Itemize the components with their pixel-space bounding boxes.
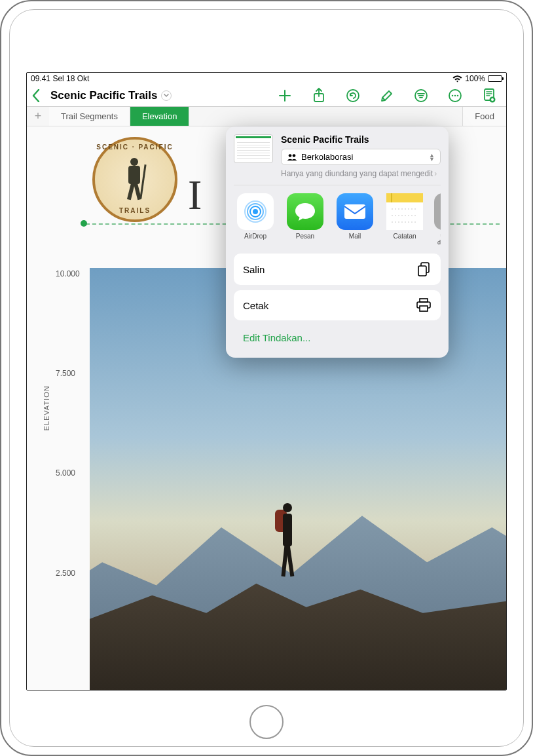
svg-point-5 <box>454 94 456 96</box>
chevron-right-icon: › <box>434 169 437 178</box>
action-copy[interactable]: Salin <box>234 254 441 285</box>
status-bar: 09.41 Sel 18 Okt 100% <box>27 73 506 85</box>
permission-text: Hanya yang diundang yang dapat mengedit <box>281 169 433 178</box>
airdrop-icon <box>237 193 274 230</box>
battery-icon <box>488 75 502 82</box>
tab-food[interactable]: Food <box>462 107 506 126</box>
document-title[interactable]: Scenic Pacific Trails <box>50 89 172 102</box>
status-left: 09.41 Sel 18 Okt <box>31 74 89 83</box>
share-mail[interactable]: Mail <box>333 193 377 246</box>
edit-actions-label: Edit Tindakan... <box>243 332 310 343</box>
y-tick: 7.500 <box>56 369 75 378</box>
share-messages[interactable]: Pesan <box>284 193 327 246</box>
status-date: Sel 18 Okt <box>52 74 89 83</box>
share-app-label: Mail <box>349 233 361 240</box>
sheet-canvas[interactable]: SCENIC · PACIFIC TRAILS I ELEVATION 10.0… <box>27 126 506 690</box>
svg-point-10 <box>289 154 292 157</box>
y-tick: 10.000 <box>56 269 80 278</box>
svg-point-12 <box>253 209 258 214</box>
y-tick: 2.500 <box>56 569 75 578</box>
share-actions: Salin Cetak <box>234 254 441 320</box>
svg-point-9 <box>491 98 494 101</box>
add-sheet-button[interactable]: + <box>27 107 49 126</box>
unknown-app-icon <box>434 193 441 230</box>
share-header: Scenic Pacific Trails Berkolaborasi ▲▼ <box>234 134 441 185</box>
more-button[interactable] <box>447 88 463 104</box>
share-sheet: Scenic Pacific Trails Berkolaborasi ▲▼ <box>226 126 449 358</box>
history-button[interactable] <box>481 88 497 104</box>
action-label: Cetak <box>243 300 268 311</box>
battery-percent: 100% <box>465 74 485 83</box>
selection-handle[interactable] <box>81 220 87 227</box>
svg-rect-27 <box>420 306 428 311</box>
print-icon <box>416 298 432 312</box>
svg-rect-24 <box>418 266 426 276</box>
wifi-icon <box>452 75 462 83</box>
tab-label: Trail Segments <box>61 111 118 121</box>
updown-icon: ▲▼ <box>429 153 435 161</box>
logo-arc-bottom: TRAILS <box>95 207 175 214</box>
app-toolbar: Scenic Pacific Trails <box>27 85 506 107</box>
document-title-text: Scenic Pacific Trails <box>50 89 157 102</box>
undo-button[interactable] <box>345 88 361 104</box>
screen: 09.41 Sel 18 Okt 100% Scenic Pacific Tra… <box>26 72 507 690</box>
y-tick: 5.000 <box>56 468 75 478</box>
share-doc-title: Scenic Pacific Trails <box>281 134 441 145</box>
mail-icon <box>337 193 373 230</box>
svg-rect-16 <box>344 204 365 219</box>
sheet-tabs: + Trail Segments Elevation Food <box>27 107 506 126</box>
action-print[interactable]: Cetak <box>234 290 441 320</box>
messages-icon <box>287 193 323 230</box>
share-app-label: AirDrop <box>244 233 266 240</box>
hiker-icon <box>120 158 150 201</box>
edit-actions-button[interactable]: Edit Tindakan... <box>234 326 441 350</box>
document-thumbnail <box>234 134 273 163</box>
tab-trail-segments[interactable]: Trail Segments <box>49 107 130 126</box>
y-axis-label: ELEVATION <box>43 385 50 430</box>
svg-point-1 <box>347 90 359 102</box>
collaborate-selector[interactable]: Berkolaborasi ▲▼ <box>281 149 441 165</box>
action-label: Salin <box>243 264 265 275</box>
home-button[interactable] <box>249 705 284 739</box>
permission-summary[interactable]: Hanya yang diundang yang dapat mengedit … <box>281 169 441 178</box>
svg-point-4 <box>452 94 454 96</box>
filter-button[interactable] <box>413 88 429 104</box>
svg-rect-18 <box>386 202 423 230</box>
people-icon <box>287 153 297 161</box>
share-more-app[interactable]: Un deng <box>433 193 441 246</box>
share-app-label: Catatan <box>393 233 416 240</box>
trail-logo[interactable]: SCENIC · PACIFIC TRAILS <box>92 137 177 222</box>
svg-point-6 <box>457 94 459 96</box>
back-button[interactable] <box>32 89 40 102</box>
share-apps-row[interactable]: AirDrop Pesan Mail <box>234 185 441 251</box>
tab-label: Elevation <box>142 111 177 121</box>
notes-icon <box>386 193 423 230</box>
hiker-silhouette <box>268 483 308 588</box>
share-button[interactable] <box>311 88 327 104</box>
share-notes[interactable]: Catatan <box>383 193 426 246</box>
svg-point-11 <box>293 154 296 157</box>
collab-mode-label: Berkolaborasi <box>301 152 354 162</box>
status-time: 09.41 <box>31 74 50 83</box>
ipad-frame: 09.41 Sel 18 Okt 100% Scenic Pacific Tra… <box>0 0 533 756</box>
status-right: 100% <box>452 74 502 83</box>
share-app-label: Pesan <box>296 233 314 240</box>
copy-icon <box>417 261 432 277</box>
tab-label: Food <box>475 111 494 121</box>
share-airdrop[interactable]: AirDrop <box>234 193 277 246</box>
tab-elevation[interactable]: Elevation <box>130 107 189 126</box>
logo-arc-top: SCENIC · PACIFIC <box>95 143 175 151</box>
insert-button[interactable] <box>277 88 293 104</box>
title-chevron-icon <box>161 90 172 101</box>
format-paint-button[interactable] <box>379 88 395 104</box>
title-fragment: I <box>188 171 202 219</box>
share-app-label: Un deng <box>433 233 441 246</box>
